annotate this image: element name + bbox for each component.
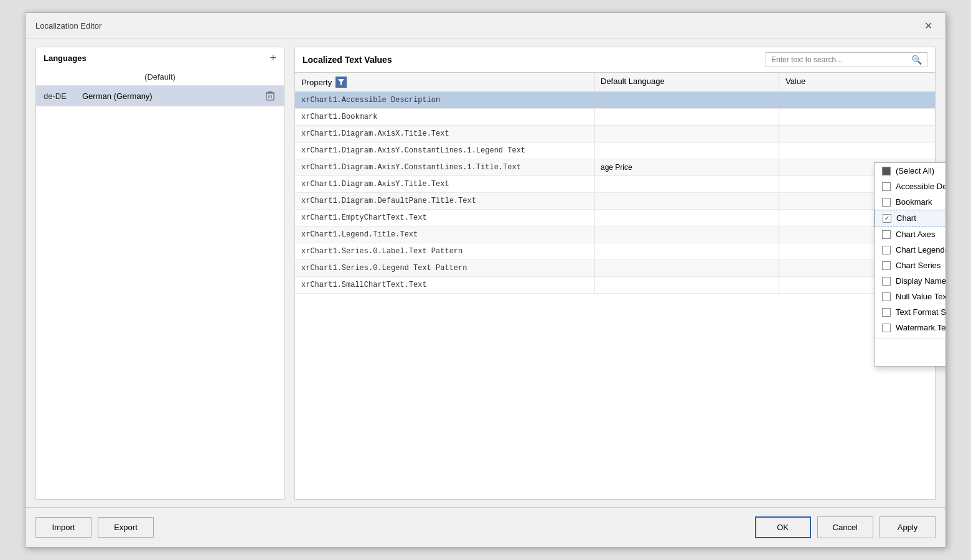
filter-item-null-value-text[interactable]: Null Value Text [875, 289, 945, 304]
svg-rect-4 [268, 91, 272, 93]
filter-label-select-all: (Select All) [896, 166, 934, 175]
table-row[interactable]: xrChart1.Series.0.Legend Text Pattern [295, 260, 935, 277]
filter-item-select-all[interactable]: (Select All) [875, 163, 945, 179]
row-default [594, 176, 779, 192]
search-input[interactable] [771, 55, 911, 64]
filter-label-bookmark: Bookmark [896, 197, 932, 207]
row-default [594, 243, 779, 259]
svg-marker-5 [338, 79, 344, 85]
filter-button[interactable] [335, 77, 347, 88]
dialog-body: Languages + (Default) de-DE German (Germ… [26, 39, 945, 547]
footer-left-buttons: Import Export [35, 517, 154, 538]
dropdown-buttons: OK Cancel [875, 341, 945, 361]
row-default [594, 142, 779, 159]
right-panel-title: Localized Text Values [303, 55, 392, 65]
table-row[interactable]: xrChart1.Diagram.AxisX.Title.Text [295, 126, 935, 142]
filter-item-chart-series[interactable]: Chart Series [875, 258, 945, 273]
row-property: xrChart1.Diagram.AxisX.Title.Text [295, 126, 594, 142]
filter-label-chart: Chart [896, 213, 916, 223]
apply-button[interactable]: Apply [880, 516, 936, 538]
row-property: xrChart1.Accessible Description [295, 92, 594, 108]
filter-dropdown: (Select All) Accessible Description Book… [874, 162, 945, 366]
table-row[interactable]: xrChart1.Diagram.AxisY.ConstantLines.1.L… [295, 142, 935, 159]
default-column-header: (Default) [36, 68, 284, 86]
dialog-footer: Import Export OK Cancel Apply [26, 507, 945, 547]
row-value [779, 126, 935, 142]
filter-item-bookmark[interactable]: Bookmark [875, 194, 945, 210]
filter-item-accessible-description[interactable]: Accessible Description [875, 179, 945, 194]
row-default [594, 92, 779, 108]
checkbox-chart [883, 214, 891, 223]
row-property: xrChart1.Diagram.AxisY.ConstantLines.1.L… [295, 142, 594, 159]
row-property: xrChart1.Diagram.AxisY.Title.Text [295, 176, 594, 192]
languages-list: (Default) de-DE German (Germany) [36, 68, 284, 499]
row-default: age Price [594, 159, 779, 175]
row-default [594, 226, 779, 243]
row-default [594, 277, 779, 293]
filter-label-chart-series: Chart Series [896, 261, 941, 270]
title-bar: Localization Editor ✕ [26, 13, 945, 39]
delete-language-icon[interactable] [264, 90, 276, 102]
filter-label-watermark-text: Watermark.Text [896, 323, 945, 332]
ok-button[interactable]: OK [755, 516, 811, 538]
export-button[interactable]: Export [98, 517, 154, 538]
value-column-header: Value [779, 73, 935, 91]
checkbox-chart-legends [882, 246, 891, 254]
filter-label-accessible-description: Accessible Description [896, 182, 945, 191]
table-row[interactable]: xrChart1.Bookmark [295, 109, 935, 126]
row-value [779, 142, 935, 159]
row-default [594, 126, 779, 142]
localization-editor-dialog: Localization Editor ✕ Languages + (Defau… [25, 12, 946, 548]
row-default [594, 210, 779, 226]
filter-item-chart[interactable]: Chart [875, 210, 945, 226]
svg-rect-0 [266, 93, 274, 100]
checkbox-null-value-text [882, 292, 891, 301]
checkbox-accessible-description [882, 182, 891, 191]
property-column-header: Property [295, 73, 594, 91]
languages-header: Languages + [36, 47, 284, 68]
import-button[interactable]: Import [35, 517, 91, 538]
row-property: xrChart1.Diagram.DefaultPane.Title.Text [295, 193, 594, 209]
search-box[interactable]: 🔍 [766, 52, 927, 67]
default-language-column-header: Default Language [594, 73, 779, 91]
table-row[interactable]: xrChart1.SmallChartText.Text [295, 277, 935, 294]
property-table: Property Default Language Value [295, 72, 935, 499]
add-language-button[interactable]: + [270, 52, 276, 63]
table-row[interactable]: xrChart1.Diagram.DefaultPane.Title.Text [295, 193, 935, 210]
top-section: Languages + (Default) de-DE German (Germ… [26, 39, 945, 507]
checkbox-chart-series [882, 261, 891, 270]
filter-item-chart-axes[interactable]: Chart Axes [875, 226, 945, 242]
filter-item-watermark-text[interactable]: Watermark.Text [875, 320, 945, 335]
table-row[interactable]: xrChart1.Diagram.AxisY.ConstantLines.1.T… [295, 159, 935, 176]
row-value [779, 109, 935, 125]
table-row[interactable]: xrChart1.Legend.Title.Text [295, 226, 935, 243]
table-row[interactable]: xrChart1.Diagram.AxisY.Title.Text [295, 176, 935, 193]
languages-label: Languages [44, 54, 87, 63]
row-default [594, 260, 779, 276]
right-panel-header: Localized Text Values 🔍 [295, 47, 935, 72]
table-row[interactable]: xrChart1.EmptyChartText.Text [295, 210, 935, 226]
row-default [594, 193, 779, 209]
filter-item-text-format-string[interactable]: Text Format String [875, 304, 945, 320]
checkbox-display-name [882, 277, 891, 286]
checkbox-select-all [882, 167, 891, 175]
close-button[interactable]: ✕ [921, 19, 936, 34]
checkbox-watermark-text [882, 324, 891, 332]
row-property: xrChart1.Series.0.Label.Text Pattern [295, 243, 594, 259]
languages-panel: Languages + (Default) de-DE German (Germ… [35, 47, 284, 500]
table-header: Property Default Language Value [295, 73, 935, 92]
filter-label-chart-axes: Chart Axes [896, 230, 936, 239]
row-property: xrChart1.EmptyChartText.Text [295, 210, 594, 226]
filter-item-display-name[interactable]: Display Name [875, 273, 945, 289]
row-property: xrChart1.Diagram.AxisY.ConstantLines.1.T… [295, 159, 594, 175]
filter-item-chart-legends[interactable]: Chart Legends [875, 242, 945, 258]
checkbox-text-format-string [882, 308, 891, 317]
row-default [594, 109, 779, 125]
row-value [779, 92, 935, 108]
table-row[interactable]: xrChart1.Series.0.Label.Text Pattern [295, 243, 935, 260]
table-row[interactable]: xrChart1.Accessible Description [295, 92, 935, 109]
search-icon: 🔍 [911, 55, 922, 65]
checkbox-chart-axes [882, 230, 891, 239]
language-row[interactable]: de-DE German (Germany) [36, 86, 284, 106]
cancel-button[interactable]: Cancel [817, 516, 873, 538]
